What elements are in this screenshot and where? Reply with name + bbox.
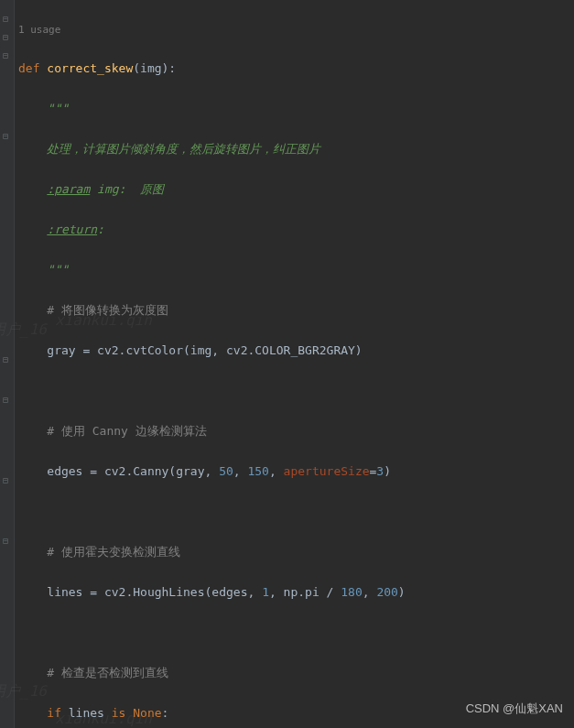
doc-param-tag: :param (47, 182, 90, 196)
usage-hint[interactable]: 1 usage (18, 22, 574, 38)
docstring-close: """ (47, 263, 68, 277)
gutter: ⊟ ⊟ ⊟ ⊟ ⊟ ⊟ ⊟ ⊟ (0, 0, 15, 728)
docstring-line: 处理，计算图片倾斜角度，然后旋转图片，纠正图片 (47, 142, 320, 156)
fold-icon[interactable]: ⊟ (3, 476, 12, 485)
comment: # 将图像转换为灰度图 (47, 303, 168, 317)
fold-icon[interactable]: ⊟ (3, 396, 12, 405)
credit-text: CSDN @仙魁XAN (466, 701, 563, 717)
doc-return-tag: :return (47, 223, 97, 236)
code-editor: ⊟ ⊟ ⊟ ⊟ ⊟ ⊟ ⊟ ⊟ 1 usage def correct_skew… (0, 0, 574, 728)
code-area[interactable]: 1 usage def correct_skew(img): """ 处理，计算… (15, 0, 574, 728)
param: img (140, 61, 161, 75)
keyword-def: def (18, 61, 39, 75)
comment: # 使用 Canny 边缘检测算法 (47, 424, 206, 438)
fold-icon[interactable]: ⊟ (3, 51, 12, 60)
fold-icon[interactable]: ⊟ (3, 537, 12, 546)
fold-icon[interactable]: ⊟ (3, 15, 12, 24)
fold-icon[interactable]: ⊟ (3, 355, 12, 364)
function-name: correct_skew (47, 61, 133, 75)
fold-icon[interactable]: ⊟ (3, 132, 12, 141)
comment: # 使用霍夫变换检测直线 (47, 545, 180, 559)
fold-icon[interactable]: ⊟ (3, 33, 12, 42)
docstring-open: """ (47, 102, 68, 115)
comment: # 检查是否检测到直线 (47, 666, 168, 679)
